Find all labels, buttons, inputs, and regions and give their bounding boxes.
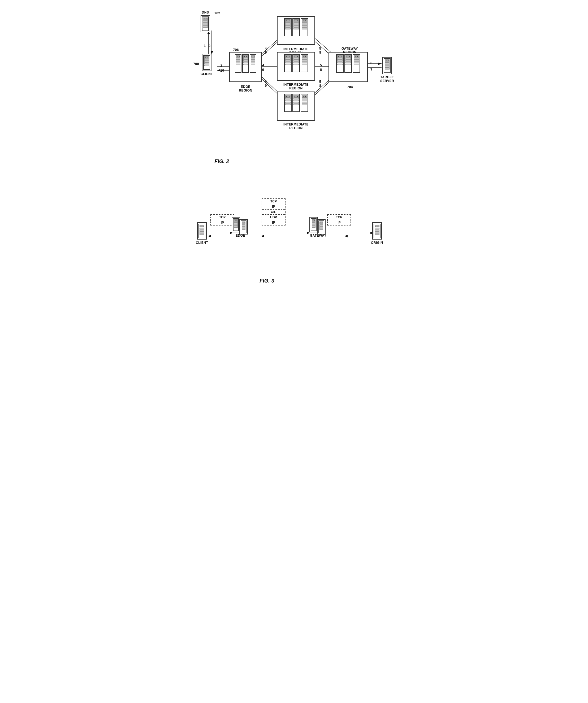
proto-ip-1: IP [211, 220, 234, 225]
gateway-protocol-box: TCP IP [327, 214, 351, 226]
num-5a: 5 [319, 47, 321, 51]
num-6: 6 [370, 61, 372, 65]
proto-ip-2: IP [262, 204, 285, 210]
client-protocol-box: TCP IP [210, 214, 234, 226]
proto-ip-3: IP [262, 220, 285, 225]
ref-704: 704 [347, 85, 353, 89]
ref-702: 702 [214, 11, 220, 15]
client-server: CLIENT [201, 54, 213, 76]
edge-region-label: EDGEREGION [229, 85, 262, 92]
int-region-mid-box [277, 52, 315, 81]
fig3-caption: FIG. 3 [260, 278, 274, 284]
num-1: 1 [204, 44, 206, 48]
fig3-edge: EDGE [232, 217, 249, 237]
num-8c: 8 [319, 84, 321, 88]
num-4a: 4 [265, 47, 267, 51]
num-8b: 8 [320, 68, 322, 72]
proto-ip-4: IP [328, 220, 351, 225]
fig3-gateway: GATEWAY [309, 217, 327, 237]
num-8a: 8 [319, 51, 321, 54]
gateway-region-label: GATEWAYREGION [334, 47, 366, 54]
int-region-bot-box [277, 91, 315, 121]
target-server: TARGETSERVER [380, 57, 394, 83]
proto-udp: UDP [262, 215, 285, 220]
fig3-client: CLIENT [196, 222, 208, 245]
proto-tcp-2: TCP [262, 199, 285, 204]
num-9a: 9 [265, 51, 267, 54]
gateway-region-box [328, 52, 368, 82]
dns-label: DNS [202, 11, 209, 14]
fig3-client-label: CLIENT [196, 241, 208, 245]
fig2-diagram: DNS 702 [180, 5, 408, 154]
int-region-bot-label: INTERMEDIATEREGION [277, 123, 315, 130]
proto-tcp-1: TCP [211, 215, 234, 220]
num-10: 10 [220, 68, 224, 72]
proto-tcp-3: TCP [328, 215, 351, 220]
fig3-origin: ORIGIN [371, 222, 383, 245]
num-9b: 9 [262, 68, 264, 72]
num-4b: 4 [262, 63, 264, 67]
fig3-origin-label: ORIGIN [371, 241, 383, 245]
num-4c: 4 [265, 80, 267, 84]
page: DNS 702 [180, 5, 408, 276]
ref-700: 700 [193, 62, 199, 66]
target-server-label: TARGETSERVER [380, 75, 394, 83]
num-9c: 9 [265, 84, 267, 88]
int-region-top-box [277, 16, 315, 45]
edge-region-box [229, 52, 262, 82]
fig2-caption: FIG. 2 [214, 158, 229, 164]
num-2: 2 [209, 44, 210, 48]
proto-oip: OIP [262, 210, 285, 215]
ref-706: 706 [233, 48, 239, 52]
mid-protocol-box: TCP IP OIP UDP IP [262, 199, 286, 226]
num-5b: 5 [320, 63, 322, 67]
int-region-mid-label: INTERMEDIATEREGION [277, 83, 315, 90]
dns-server: DNS [201, 11, 210, 32]
num-7: 7 [370, 68, 372, 72]
num-5c: 5 [319, 80, 321, 84]
client-label: CLIENT [201, 72, 213, 76]
fig3-diagram: CLIENT TCP IP [180, 175, 408, 276]
num-3: 3 [220, 64, 222, 68]
